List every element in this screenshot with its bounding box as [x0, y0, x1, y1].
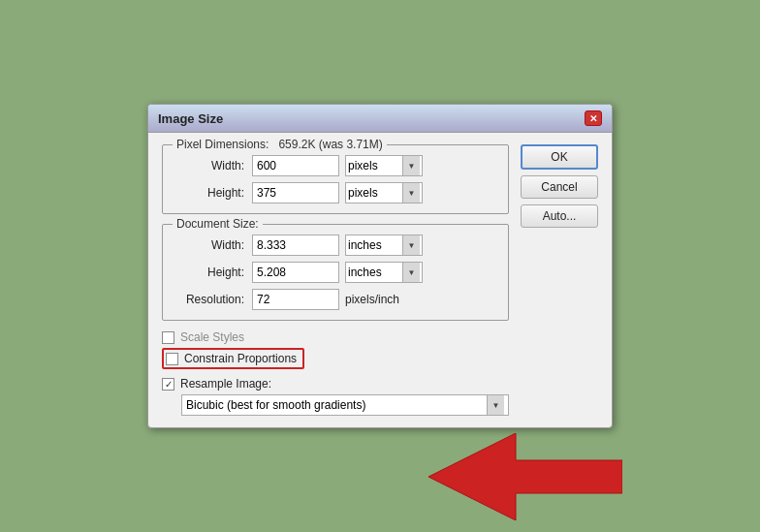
pixel-width-input[interactable]	[252, 155, 339, 176]
resample-method-select[interactable]: Bicubic (best for smooth gradients) ▼	[181, 394, 509, 416]
pixel-height-input[interactable]	[252, 182, 339, 203]
resample-method-text: Bicubic (best for smooth gradients)	[186, 398, 487, 412]
doc-height-row: Height: inches ▼	[174, 262, 496, 283]
auto-button[interactable]: Auto...	[521, 204, 598, 228]
constrain-proportions-wrapper: Constrain Proportions	[162, 348, 509, 373]
pixel-width-unit-arrow: ▼	[402, 156, 420, 175]
pixel-dimensions-group: Pixel Dimensions: 659.2K (was 3.71M) Wid…	[162, 144, 509, 214]
pixel-height-label: Height:	[174, 186, 252, 200]
close-button[interactable]: ✕	[585, 110, 602, 126]
resample-method-row: Bicubic (best for smooth gradients) ▼	[181, 394, 509, 416]
pixel-height-unit-text: pixels	[348, 186, 402, 200]
constrain-proportions-checkbox[interactable]	[166, 353, 178, 365]
pixel-height-unit-arrow: ▼	[402, 183, 420, 203]
resample-image-row: Resample Image:	[162, 377, 509, 391]
pixel-height-unit-select[interactable]: pixels ▼	[345, 182, 423, 203]
doc-resolution-label: Resolution:	[174, 293, 252, 306]
doc-height-input[interactable]	[252, 262, 339, 283]
pixel-width-unit-text: pixels	[348, 159, 402, 172]
doc-width-unit-select[interactable]: inches ▼	[345, 235, 423, 256]
doc-height-unit-select[interactable]: inches ▼	[345, 262, 423, 283]
ok-button[interactable]: OK	[521, 144, 598, 170]
svg-marker-0	[428, 433, 622, 520]
red-arrow-indicator	[428, 433, 622, 520]
options-area: Scale Styles Constrain Proportions Resam…	[162, 330, 509, 416]
pixel-width-unit-select[interactable]: pixels ▼	[345, 155, 423, 176]
pixel-width-row: Width: pixels ▼	[174, 155, 496, 176]
resample-method-arrow: ▼	[487, 395, 504, 415]
doc-resolution-row: Resolution: pixels/inch	[174, 289, 496, 310]
resample-image-label: Resample Image:	[180, 377, 271, 391]
scale-styles-label: Scale Styles	[180, 330, 244, 344]
resample-image-checkbox[interactable]	[162, 378, 174, 391]
title-bar: Image Size ✕	[148, 105, 612, 133]
constrain-proportions-label: Constrain Proportions	[184, 352, 297, 365]
left-panel: Pixel Dimensions: 659.2K (was 3.71M) Wid…	[162, 144, 509, 416]
doc-width-unit-arrow: ▼	[402, 235, 420, 255]
doc-width-input[interactable]	[252, 235, 339, 256]
document-size-title: Document Size:	[173, 217, 263, 231]
doc-width-label: Width:	[174, 238, 252, 252]
pixel-height-row: Height: pixels ▼	[174, 182, 496, 203]
doc-width-row: Width: inches ▼	[174, 235, 496, 256]
image-size-dialog: Image Size ✕ Pixel Dimensions: 659.2K (w…	[147, 104, 613, 428]
document-size-group: Document Size: Width: inches ▼ Height:	[162, 224, 509, 321]
doc-resolution-unit: pixels/inch	[345, 293, 399, 306]
doc-resolution-input[interactable]	[252, 289, 339, 310]
pixel-width-label: Width:	[174, 159, 252, 172]
doc-width-unit-text: inches	[348, 238, 402, 252]
doc-height-unit-arrow: ▼	[402, 263, 420, 282]
dialog-body: Pixel Dimensions: 659.2K (was 3.71M) Wid…	[148, 133, 612, 427]
doc-height-unit-text: inches	[348, 266, 402, 279]
constrain-proportions-row: Constrain Proportions	[162, 348, 304, 369]
scale-styles-checkbox[interactable]	[162, 331, 174, 344]
pixel-dimensions-title: Pixel Dimensions: 659.2K (was 3.71M)	[173, 138, 387, 151]
right-panel: OK Cancel Auto...	[521, 144, 598, 416]
scale-styles-row: Scale Styles	[162, 330, 509, 344]
cancel-button[interactable]: Cancel	[521, 175, 598, 199]
dialog-title: Image Size	[158, 111, 223, 126]
close-icon: ✕	[589, 113, 597, 124]
doc-height-label: Height:	[174, 266, 252, 279]
